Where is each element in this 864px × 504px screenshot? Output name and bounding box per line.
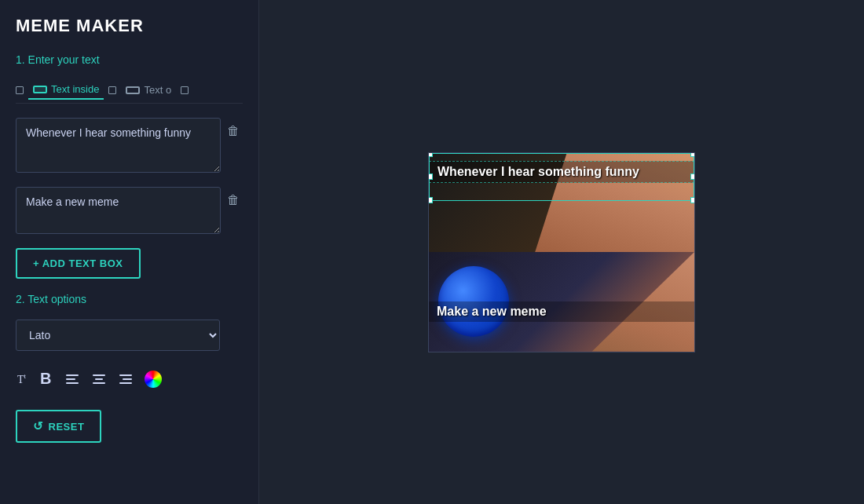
meme-top-half: Whenever I hear something funny [429,153,694,253]
handle-bl [428,197,433,203]
sidebar: MEME MAKER 1. Enter your text Text insid… [0,0,259,504]
section2-label: 2. Text options [16,293,243,305]
color-picker-button[interactable] [145,371,162,388]
font-size-button[interactable]: Tt [16,371,27,388]
reset-icon: ↺ [33,419,44,433]
tab-text-outside[interactable]: Text o [121,81,176,99]
meme-text-input-2[interactable]: Make a new meme [16,187,221,234]
align-center-button[interactable] [91,373,107,385]
delete-textbox-1-button[interactable]: 🗑 [224,121,243,141]
bold-button[interactable]: B [38,368,53,389]
align-left-button[interactable] [64,373,80,385]
handle-tl [428,152,433,157]
tab-handle-2 [108,86,116,94]
textarea-wrapper-2: Make a new meme 🗑 [16,187,243,234]
tab-icon-2 [126,86,140,94]
tab-text-inside[interactable]: Text inside [28,80,104,100]
tab-icon-1 [33,86,47,93]
delete-textbox-2-button[interactable]: 🗑 [224,190,243,210]
reset-button[interactable]: ↺ RESET [16,410,101,443]
meme-container: Whenever I hear something funny [428,152,695,352]
meme-overlay-text-top: Whenever I hear something funny [429,161,694,183]
main-canvas: Whenever I hear something funny [259,0,864,504]
section1-label: 1. Enter your text [16,53,243,66]
meme-overlay-text-bottom: Make a new meme [429,301,694,322]
format-toolbar: Tt B [16,368,243,389]
tabs-row: Text inside Text o [16,80,243,104]
meme-image: Whenever I hear something funny [428,152,695,352]
align-right-button[interactable] [118,373,134,385]
app-title: MEME MAKER [16,16,243,36]
tab-handle-3 [181,86,189,94]
textarea-wrapper-1: Whenever I hear something funny 🗑 [16,118,243,173]
font-select[interactable]: Lato Arial Impact Comic Sans MS [16,320,220,351]
meme-bottom-half: Make a new meme [429,252,694,352]
meme-text-input-1[interactable]: Whenever I hear something funny [16,118,221,173]
tab-handle-1 [16,86,24,94]
add-textbox-button[interactable]: + ADD TEXT BOX [16,248,141,279]
